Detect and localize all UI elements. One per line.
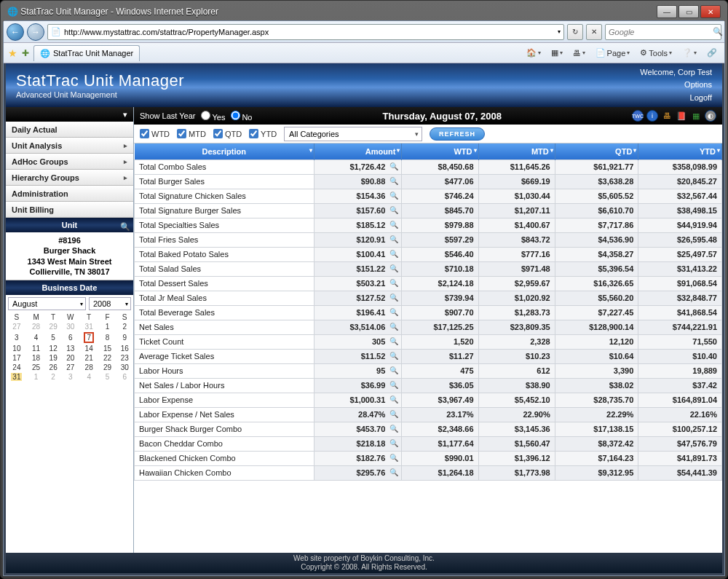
options-link[interactable]: Options (640, 79, 712, 92)
calendar-day[interactable]: 18 (28, 353, 45, 363)
calendar-day[interactable]: 31 (6, 372, 28, 382)
calendar-day[interactable]: 28 (28, 322, 45, 331)
pdf-icon[interactable]: 📕 (676, 110, 687, 122)
calendar-day[interactable]: 7 (79, 331, 98, 344)
calendar-day[interactable]: 27 (6, 322, 28, 331)
calendar-day[interactable]: 22 (99, 353, 116, 363)
url-input[interactable] (64, 28, 555, 36)
info-icon[interactable]: i (646, 110, 658, 122)
minimize-button[interactable]: — (657, 5, 677, 18)
calendar-day[interactable]: 17 (6, 353, 28, 363)
calendar-day[interactable]: 14 (79, 344, 98, 353)
drill-icon[interactable]: 🔍 (389, 294, 398, 302)
search-icon[interactable]: 🔍 (713, 27, 723, 36)
close-button[interactable]: ✕ (700, 5, 721, 18)
calendar-day[interactable]: 5 (99, 372, 116, 382)
back-button[interactable]: ← (7, 23, 24, 41)
forward-button[interactable]: → (27, 23, 44, 41)
drill-icon[interactable]: 🔍 (389, 410, 398, 418)
calendar-day[interactable]: 20 (62, 353, 79, 363)
drill-icon[interactable]: 🔍 (389, 468, 398, 476)
drill-icon[interactable]: 🔍 (389, 439, 398, 447)
calendar-day[interactable]: 15 (99, 344, 116, 353)
calendar-day[interactable]: 19 (44, 353, 62, 363)
sidebar-item-0[interactable]: Daily Actual (6, 122, 133, 138)
col-header[interactable]: Description▾ (135, 143, 314, 159)
drill-icon[interactable]: 🔍 (389, 177, 398, 185)
qtd-checkbox[interactable]: QTD (213, 129, 242, 138)
col-header[interactable]: WTD▾ (402, 143, 478, 159)
calendar-day[interactable]: 13 (62, 344, 79, 353)
twc-icon[interactable]: TWC (632, 110, 644, 122)
sidebar-dropdown[interactable]: ▾ (6, 107, 133, 122)
sidebar-item-4[interactable]: Administration (6, 186, 133, 202)
calendar-day[interactable]: 30 (62, 322, 79, 331)
calendar-day[interactable]: 8 (99, 331, 116, 344)
ytd-checkbox[interactable]: YTD (249, 129, 277, 138)
links-button[interactable]: 🔗 (704, 47, 720, 59)
cal-month-select[interactable]: August (8, 297, 86, 310)
browser-tab[interactable]: 🌐 StatTrac Unit Manager (33, 45, 140, 61)
col-header[interactable]: QTD▾ (555, 143, 638, 159)
drill-icon[interactable]: 🔍 (389, 337, 398, 345)
help-menu[interactable]: ❔▾ (679, 47, 700, 59)
calendar-day[interactable]: 1 (99, 322, 116, 331)
drill-icon[interactable]: 🔍 (389, 235, 398, 243)
print-menu[interactable]: 🖶▾ (570, 47, 588, 59)
calendar-day[interactable]: 12 (44, 344, 62, 353)
cal-year-select[interactable]: 2008 (89, 297, 131, 310)
calendar-day[interactable]: 31 (79, 322, 98, 331)
calendar-day[interactable]: 26 (44, 363, 62, 372)
calendar-day[interactable]: 29 (44, 322, 62, 331)
calendar[interactable]: SMTWTFS272829303112345678910111213141516… (6, 312, 133, 382)
calendar-day[interactable]: 2 (44, 372, 62, 382)
refresh-button-page[interactable]: REFRESH (430, 127, 485, 141)
drill-icon[interactable]: 🔍 (389, 323, 398, 331)
tools-menu[interactable]: ⚙Tools▾ (637, 47, 675, 59)
calendar-day[interactable]: 5 (44, 331, 62, 344)
drill-icon[interactable]: 🔍 (389, 192, 398, 200)
drill-icon[interactable]: 🔍 (389, 162, 398, 170)
more-icon[interactable]: ◐ (705, 110, 716, 122)
wtd-checkbox[interactable]: WTD (140, 129, 170, 138)
print-report-icon[interactable]: 🖶 (661, 110, 673, 122)
sidebar-item-5[interactable]: Unit Billing (6, 202, 133, 218)
calendar-day[interactable]: 4 (28, 331, 45, 344)
drill-icon[interactable]: 🔍 (389, 366, 398, 374)
sidebar-item-2[interactable]: AdHoc Groups▸ (6, 154, 133, 170)
mtd-checkbox[interactable]: MTD (177, 129, 206, 138)
drill-icon[interactable]: 🔍 (389, 352, 398, 360)
calendar-day[interactable]: 30 (116, 363, 133, 372)
favorites-icon[interactable]: ★ (8, 47, 17, 59)
col-header[interactable]: YTD▾ (638, 143, 722, 159)
drill-icon[interactable]: 🔍 (389, 250, 398, 258)
drill-icon[interactable]: 🔍 (389, 308, 398, 316)
col-header[interactable]: MTD▾ (478, 143, 555, 159)
calendar-day[interactable]: 10 (6, 344, 28, 353)
calendar-day[interactable]: 23 (116, 353, 133, 363)
drill-icon[interactable]: 🔍 (389, 381, 398, 389)
sly-no[interactable]: No (228, 111, 252, 122)
calendar-day[interactable]: 11 (28, 344, 45, 353)
sidebar-item-3[interactable]: Hierarchy Groups▸ (6, 170, 133, 186)
calendar-day[interactable]: 3 (6, 331, 28, 344)
search-input[interactable] (609, 28, 710, 36)
calendar-day[interactable]: 16 (116, 344, 133, 353)
sidebar-item-1[interactable]: Unit Analysis▸ (6, 138, 133, 154)
search-box[interactable]: 🔍 (605, 24, 721, 40)
stop-button[interactable]: ✕ (586, 24, 602, 40)
drill-icon[interactable]: 🔍 (389, 264, 398, 272)
addr-dropdown-icon[interactable]: ▾ (558, 28, 561, 35)
feeds-menu[interactable]: ▦▾ (548, 47, 566, 59)
drill-icon[interactable]: 🔍 (389, 425, 398, 433)
drill-icon[interactable]: 🔍 (389, 279, 398, 287)
address-bar[interactable]: 📄 ▾ (47, 24, 564, 40)
calendar-day[interactable]: 21 (79, 353, 98, 363)
refresh-button[interactable]: ↻ (567, 24, 583, 40)
add-favorite-icon[interactable]: ✚ (22, 48, 29, 58)
calendar-day[interactable]: 9 (116, 331, 133, 344)
page-menu[interactable]: 📄Page▾ (593, 47, 633, 59)
calendar-day[interactable]: 29 (99, 363, 116, 372)
calendar-day[interactable]: 6 (116, 372, 133, 382)
calendar-day[interactable]: 28 (79, 363, 98, 372)
